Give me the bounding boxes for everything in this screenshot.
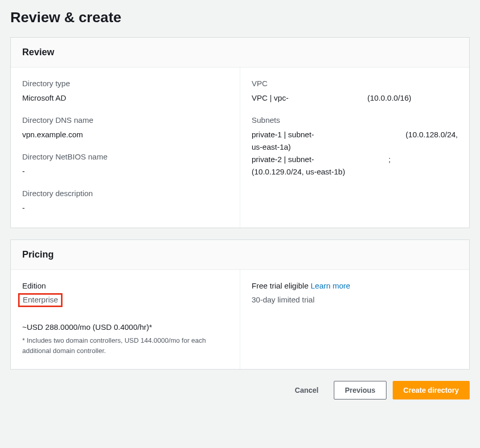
value-edition-highlighted: Enterprise <box>18 293 63 307</box>
vpc-id: VPC | vpc- <box>252 92 361 104</box>
vpc-cidr: (10.0.0.0/16) <box>367 92 458 104</box>
pricing-header: Pricing <box>11 240 469 270</box>
value-price: ~USD 288.0000/mo (USD 0.4000/hr)* <box>22 323 228 331</box>
value-vpc: VPC | vpc- (10.0.0.0/16) <box>252 92 458 104</box>
subnet-1-cidr: (10.0.128.0/24, <box>406 129 458 141</box>
value-price-note: * Includes two domain controllers, USD 1… <box>22 335 228 356</box>
pricing-right-column: Free trial eligible Learn more 30-day li… <box>240 270 469 369</box>
pricing-panel: Pricing Edition Enterprise ~USD 288.0000… <box>10 239 470 370</box>
review-heading: Review <box>22 47 458 58</box>
field-dns-name: Directory DNS name vpn.example.com <box>22 116 228 141</box>
label-description: Directory description <box>22 189 228 198</box>
subnet-1-az: us-east-1a) <box>252 141 458 153</box>
trial-text: Free trial eligible <box>252 281 311 290</box>
value-netbios: - <box>22 165 228 178</box>
pricing-heading: Pricing <box>22 249 458 260</box>
label-subnets: Subnets <box>252 116 458 124</box>
pricing-left-column: Edition Enterprise ~USD 288.0000/mo (USD… <box>11 270 240 369</box>
label-dns-name: Directory DNS name <box>22 116 228 124</box>
cancel-button[interactable]: Cancel <box>286 381 328 399</box>
subnet-2-suffix: ; <box>389 153 458 166</box>
value-dns-name: vpn.example.com <box>22 129 228 141</box>
subnet-2-id: private-2 | subnet- <box>252 153 382 166</box>
field-description: Directory description - <box>22 189 228 214</box>
review-panel: Review Directory type Microsoft AD Direc… <box>10 37 470 228</box>
label-netbios: Directory NetBIOS name <box>22 152 228 161</box>
learn-more-link[interactable]: Learn more <box>311 281 350 290</box>
footer-actions: Cancel Previous Create directory <box>10 381 470 399</box>
label-vpc: VPC <box>252 79 458 88</box>
review-left-column: Directory type Microsoft AD Directory DN… <box>11 68 240 228</box>
create-directory-button[interactable]: Create directory <box>393 381 470 399</box>
label-edition: Edition <box>22 281 228 290</box>
value-directory-type: Microsoft AD <box>22 92 228 104</box>
trial-eligible-line: Free trial eligible Learn more <box>252 281 458 290</box>
page-title: Review & create <box>10 9 470 26</box>
label-directory-type: Directory type <box>22 79 228 88</box>
subnet-1-id: private-1 | subnet- <box>252 129 399 141</box>
review-right-column: VPC VPC | vpc- (10.0.0.0/16) Subnets pri… <box>240 68 469 228</box>
field-directory-type: Directory type Microsoft AD <box>22 79 228 104</box>
value-description: - <box>22 202 228 214</box>
review-header: Review <box>11 38 469 68</box>
previous-button[interactable]: Previous <box>334 381 386 399</box>
field-subnets: Subnets private-1 | subnet- (10.0.128.0/… <box>252 116 458 178</box>
value-subnets: private-1 | subnet- (10.0.128.0/24, us-e… <box>252 129 458 178</box>
field-vpc: VPC VPC | vpc- (10.0.0.0/16) <box>252 79 458 104</box>
trial-subtext: 30-day limited trial <box>252 295 458 304</box>
subnet-2-cidr-az: (10.0.129.0/24, us-east-1b) <box>252 166 458 178</box>
field-netbios: Directory NetBIOS name - <box>22 152 228 178</box>
